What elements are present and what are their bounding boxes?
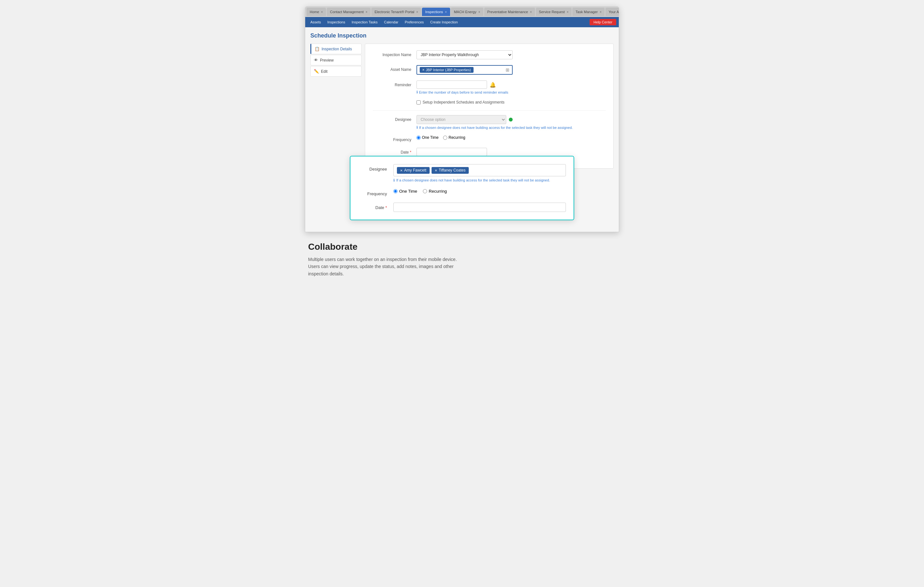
designee-info-text: ℹ If a chosen designee does not have bui…: [416, 125, 606, 130]
panel-designee-info: ℹ If a chosen designee does not have bui…: [393, 178, 566, 182]
info-icon: ℹ: [416, 90, 418, 94]
reminder-icon: 🔔: [490, 82, 496, 88]
frequency-field: One Time Recurring: [416, 135, 606, 140]
bottom-section: Collaborate Multiple users can work toge…: [305, 242, 619, 277]
tag-name: Amy Fawcett: [404, 168, 426, 173]
panel-designee-label: Designee: [358, 164, 387, 171]
nav-bar: Assets Inspections Inspection Tasks Cale…: [305, 17, 619, 27]
designee-label: Designee: [373, 115, 411, 122]
page-title: Schedule Inspection: [310, 32, 614, 39]
frequency-row: Frequency One Time Recurring: [373, 135, 606, 142]
reminder-info-text: ℹ Enter the number of days before to sen…: [416, 90, 606, 94]
panel-radio-recurring[interactable]: [423, 189, 427, 193]
sidebar-item-label: Preview: [320, 58, 334, 63]
designee-select[interactable]: Choose option: [416, 115, 506, 124]
sidebar-item-inspection-details[interactable]: 📋 Inspection Details: [310, 44, 361, 54]
collaborate-text: Multiple users can work together on an i…: [308, 256, 462, 277]
tab-close-icon[interactable]: ×: [445, 10, 447, 14]
asset-name-label: Asset Name: [373, 65, 411, 72]
reminder-label: Reminder: [373, 81, 411, 87]
tab-close-icon[interactable]: ×: [599, 10, 601, 14]
asset-name-field: × JBP Interior (JBP Properties) ⊞: [416, 65, 606, 75]
asset-name-row: Asset Name × JBP Interior (JBP Propertie…: [373, 65, 606, 75]
tab-tenant[interactable]: Electronic Tenant® Portal ×: [371, 8, 421, 16]
sidebar-item-label: Inspection Details: [322, 47, 352, 51]
nav-calendar[interactable]: Calendar: [381, 19, 401, 25]
date-input[interactable]: [416, 148, 487, 156]
nav-preferences[interactable]: Preferences: [402, 19, 426, 25]
tab-task[interactable]: Task Manager ×: [572, 8, 605, 16]
green-dot-indicator: [509, 118, 513, 122]
frequency-recurring[interactable]: Recurring: [443, 135, 465, 140]
asset-tag-label: JBP Interior (JBP Properties): [426, 68, 471, 72]
date-label: Date *: [373, 148, 411, 155]
clipboard-icon: 📋: [315, 46, 320, 51]
setup-field: Setup Independent Schedules and Assignme…: [416, 100, 606, 104]
help-center-button[interactable]: Help Center: [590, 19, 616, 25]
collaborate-title: Collaborate: [308, 242, 616, 252]
setup-checkbox-label[interactable]: Setup Independent Schedules and Assignme…: [416, 100, 606, 104]
date-row: Date *: [373, 148, 606, 156]
reminder-field: 🔔 ℹ Enter the number of days before to s…: [416, 81, 606, 94]
tag-name: Tiffaney Coates: [439, 168, 465, 173]
tab-service[interactable]: Service Request ×: [536, 8, 572, 16]
tab-close-icon[interactable]: ×: [366, 10, 368, 14]
panel-required-indicator: *: [385, 205, 387, 210]
panel-frequency-field: One Time Recurring: [393, 189, 566, 194]
frequency-radio-recurring[interactable]: [443, 135, 447, 140]
panel-frequency-label: Frequency: [358, 189, 387, 196]
form-area: Inspection Name JBP Interior Property Wa…: [365, 44, 614, 169]
panel-radio-group: One Time Recurring: [393, 189, 566, 194]
sidebar-item-preview[interactable]: 👁 Preview: [310, 55, 361, 65]
panel-radio-one-time[interactable]: [393, 189, 398, 193]
frequency-radio-group: One Time Recurring: [416, 135, 606, 140]
tag-remove-icon[interactable]: ×: [435, 168, 437, 173]
tag-remove-icon[interactable]: ×: [400, 168, 403, 173]
asset-input-container: × JBP Interior (JBP Properties) ⊞: [416, 65, 513, 75]
tab-close-icon[interactable]: ×: [530, 10, 532, 14]
tab-home[interactable]: Home ×: [307, 8, 326, 16]
inspection-name-select[interactable]: JBP Interior Property Walkthrough: [416, 50, 513, 59]
asset-tag[interactable]: × JBP Interior (JBP Properties): [420, 67, 474, 73]
inspection-name-label: Inspection Name: [373, 50, 411, 57]
panel-frequency-one-time[interactable]: One Time: [393, 189, 417, 194]
tab-close-icon[interactable]: ×: [321, 10, 323, 14]
required-indicator: *: [410, 150, 411, 155]
panel-designee-field: × Amy Fawcett × Tiffaney Coates ℹ If a c…: [393, 164, 566, 182]
designee-select-wrap: Choose option: [416, 115, 513, 124]
sidebar-item-label: Edit: [321, 69, 328, 74]
panel-designee-row: Designee × Amy Fawcett × Tiffaney Coates: [358, 164, 566, 182]
tab-close-icon[interactable]: ×: [567, 10, 569, 14]
designee-tag-amy[interactable]: × Amy Fawcett: [397, 167, 430, 174]
panel-date-input[interactable]: [393, 203, 566, 212]
tab-close-icon[interactable]: ×: [416, 10, 418, 14]
panel-frequency-recurring[interactable]: Recurring: [423, 189, 447, 194]
nav-inspections[interactable]: Inspections: [325, 19, 348, 25]
frequency-one-time[interactable]: One Time: [416, 135, 439, 140]
setup-checkbox[interactable]: [416, 101, 421, 104]
frequency-label: Frequency: [373, 135, 411, 142]
reminder-input[interactable]: [416, 81, 487, 89]
nav-create-inspection[interactable]: Create Inspection: [428, 19, 460, 25]
date-field: [416, 148, 606, 156]
info-circle-icon: ℹ: [393, 178, 395, 182]
tab-mach[interactable]: MACH Energy ×: [451, 8, 483, 16]
panel-date-field: [393, 203, 566, 212]
asset-icon: ⊞: [506, 67, 510, 73]
asset-remove-icon[interactable]: ×: [422, 68, 424, 72]
tab-contact[interactable]: Contact Management ×: [327, 8, 371, 16]
setup-checkbox-row: Setup Independent Schedules and Assignme…: [373, 100, 606, 104]
sidebar-item-edit[interactable]: ✏️ Edit: [310, 66, 361, 77]
nav-assets[interactable]: Assets: [308, 19, 323, 25]
designee-tag-tiffaney[interactable]: × Tiffaney Coates: [432, 167, 469, 174]
tab-account[interactable]: Your Account ×: [605, 8, 619, 16]
designee-field: Choose option ℹ If a chosen designee doe…: [416, 115, 606, 130]
frequency-radio-one-time[interactable]: [416, 135, 421, 140]
tab-pm[interactable]: Preventative Maintenance ×: [484, 8, 535, 16]
main-layout: 📋 Inspection Details 👁 Preview ✏️ Edit I…: [310, 44, 614, 169]
designee-row: Designee Choose option ℹ If a chosen des…: [373, 115, 606, 130]
nav-inspection-tasks[interactable]: Inspection Tasks: [349, 19, 380, 25]
tab-close-icon[interactable]: ×: [478, 10, 480, 14]
tab-inspections[interactable]: Inspections ×: [422, 8, 450, 16]
page-content: Schedule Inspection 📋 Inspection Details…: [305, 27, 619, 232]
